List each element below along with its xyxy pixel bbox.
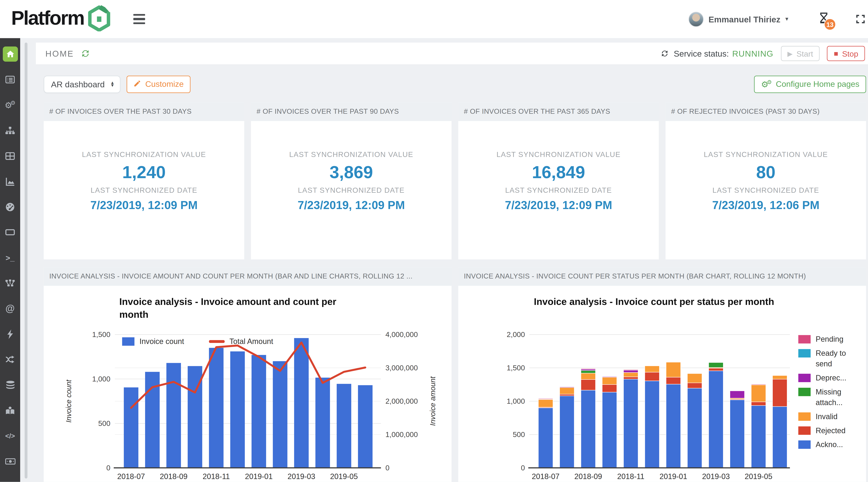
top-header: Platform Emmanuel Thiriez ▼ xyxy=(0,0,868,38)
sidebar-item-scripts[interactable]: </> xyxy=(5,431,15,441)
customize-button[interactable]: Customize xyxy=(127,76,190,93)
kpi-date: 7/23/2019, 12:09 PM xyxy=(251,198,452,212)
kpi-card-title: # OF INVOICES OVER THE PAST 365 DAYS xyxy=(458,102,659,121)
svg-text:2019-01: 2019-01 xyxy=(245,472,273,481)
svg-text:2,000,000: 2,000,000 xyxy=(385,397,418,405)
select-stepper-icon: ▲▼ xyxy=(110,81,115,87)
svg-text:2018-09: 2018-09 xyxy=(160,472,187,481)
legend-label: Rejected xyxy=(816,425,861,436)
legend-item: Rejected xyxy=(798,425,862,436)
kpi-card-title: # OF INVOICES OVER THE PAST 30 DAYS xyxy=(44,102,244,121)
svg-text:0: 0 xyxy=(385,464,390,472)
sidebar-item-workflow[interactable] xyxy=(5,278,15,288)
panel-header: INVOICE ANALYSIS - INVOICE AMOUNT AND CO… xyxy=(44,267,452,285)
legend-swatch xyxy=(122,337,134,346)
legend-swatch xyxy=(798,349,811,357)
svg-text:2019-01: 2019-01 xyxy=(659,472,687,481)
svg-text:Invoice count: Invoice count xyxy=(65,380,73,423)
sidebar-item-services[interactable]: ⚙⚙ xyxy=(5,100,16,110)
notification-badge: 13 xyxy=(824,19,836,30)
code-icon: </> xyxy=(5,432,15,439)
logo-text: Platform xyxy=(11,4,84,31)
svg-text:1,000: 1,000 xyxy=(507,397,525,405)
banknote-icon xyxy=(5,458,15,465)
service-status-label: Service status: xyxy=(674,49,729,58)
svg-text:2018-11: 2018-11 xyxy=(617,472,644,481)
sidebar-item-documentation[interactable] xyxy=(5,405,15,416)
sidebar-item-dashboard[interactable] xyxy=(5,202,15,212)
workflow-icon xyxy=(5,279,15,288)
sidebar-item-database[interactable] xyxy=(5,380,15,390)
legend-label: Pending xyxy=(816,334,861,344)
kpi-value: 3,869 xyxy=(251,162,452,183)
pending-tasks-button[interactable]: 13 xyxy=(818,12,829,26)
kpi-cards-row: # OF INVOICES OVER THE PAST 30 DAYS LAST… xyxy=(36,102,868,260)
app-root: Platform Emmanuel Thiriez ▼ xyxy=(0,0,868,482)
at-sign-icon: @ xyxy=(5,304,14,313)
sidebar-item-charts[interactable] xyxy=(5,176,15,186)
refresh-page-icon[interactable] xyxy=(81,49,90,58)
kpi-date-label: LAST SYNCHRONIZED DATE xyxy=(44,186,244,194)
sidebar-item-billing[interactable] xyxy=(5,456,15,466)
customize-label: Customize xyxy=(145,80,184,89)
panel-header: INVOICE ANALYSIS - INVOICE COUNT PER STA… xyxy=(458,267,866,285)
window-icon xyxy=(5,229,15,236)
chevron-down-icon: ▼ xyxy=(784,16,789,22)
legend-swatch xyxy=(798,440,811,449)
sidebar-item-window[interactable] xyxy=(5,227,15,237)
sidebar-item-sitemap[interactable] xyxy=(5,125,15,135)
svg-text:4,000,000: 4,000,000 xyxy=(385,330,418,339)
kpi-date-label: LAST SYNCHRONIZED DATE xyxy=(251,186,452,194)
sidebar-item-terminal[interactable]: >_ xyxy=(5,253,14,263)
legend-label: Deprec... xyxy=(816,372,861,383)
legend-label: Invalid xyxy=(816,411,861,422)
fullscreen-icon[interactable] xyxy=(855,13,866,25)
sidebar-scrollbar[interactable] xyxy=(25,42,27,479)
chart-title: Invoice analysis - Invoice amount and co… xyxy=(119,295,366,321)
start-button[interactable]: ▶ Start xyxy=(781,46,820,61)
chart-legend: Invoice count Total Amount xyxy=(122,337,273,346)
sidebar-item-home[interactable] xyxy=(3,47,18,62)
terminal-icon: >_ xyxy=(5,254,14,262)
header-right: Emmanuel Thiriez ▼ 13 xyxy=(688,11,866,27)
sidebar-item-forms[interactable] xyxy=(5,74,15,85)
svg-text:1,000: 1,000 xyxy=(92,375,111,383)
kpi-card-30-days: # OF INVOICES OVER THE PAST 30 DAYS LAST… xyxy=(44,102,244,260)
svg-text:2018-11: 2018-11 xyxy=(203,472,230,481)
legend-item: Invalid xyxy=(798,411,862,422)
stop-button[interactable]: ■ Stop xyxy=(827,46,865,61)
configure-home-pages-button[interactable]: ⚙⚙ Configure Home pages xyxy=(754,76,866,93)
kpi-date: 7/23/2019, 12:06 PM xyxy=(665,198,866,212)
kpi-date: 7/23/2019, 12:09 PM xyxy=(458,198,659,212)
svg-text:0: 0 xyxy=(521,464,525,472)
gears-icon: ⚙⚙ xyxy=(761,79,772,89)
dashboard-select[interactable]: AR dashboard ▲▼ xyxy=(44,76,121,93)
sidebar-item-triggers[interactable] xyxy=(6,329,14,339)
user-avatar[interactable] xyxy=(688,11,704,27)
invoice-amount-count-chart: 05001,0001,50001,000,0002,000,0003,000,0… xyxy=(44,286,452,482)
user-name[interactable]: Emmanuel Thiriez xyxy=(709,14,780,24)
area-chart-icon xyxy=(5,177,15,186)
sidebar-item-routes[interactable] xyxy=(5,355,15,365)
gauge-icon xyxy=(5,202,15,212)
database-icon xyxy=(5,381,15,390)
kpi-card-title: # OF REJECTED INVOICES (PAST 30 DAYS) xyxy=(665,102,866,121)
list-icon xyxy=(5,75,15,84)
sidebar-item-tables[interactable] xyxy=(5,151,15,161)
status-bar: HOME Service status: RUNNING ▶ xyxy=(36,42,868,65)
svg-text:2,000: 2,000 xyxy=(507,330,525,339)
svg-text:500: 500 xyxy=(513,430,525,439)
legend-item: Ackno... xyxy=(798,439,862,450)
svg-text:0: 0 xyxy=(106,464,110,472)
stop-label: Stop xyxy=(842,49,858,58)
left-sidebar: ⚙⚙ xyxy=(0,38,20,482)
legend-swatch xyxy=(798,374,811,382)
refresh-status-icon[interactable] xyxy=(660,49,669,58)
platform6-logo[interactable]: Platform xyxy=(11,4,111,34)
kpi-card-90-days: # OF INVOICES OVER THE PAST 90 DAYS LAST… xyxy=(251,102,452,260)
configure-label: Configure Home pages xyxy=(776,80,859,89)
hamburger-menu-icon[interactable] xyxy=(133,14,145,24)
sidebar-item-email[interactable]: @ xyxy=(5,304,14,314)
legend-swatch xyxy=(798,335,811,343)
legend-swatch xyxy=(798,412,811,421)
